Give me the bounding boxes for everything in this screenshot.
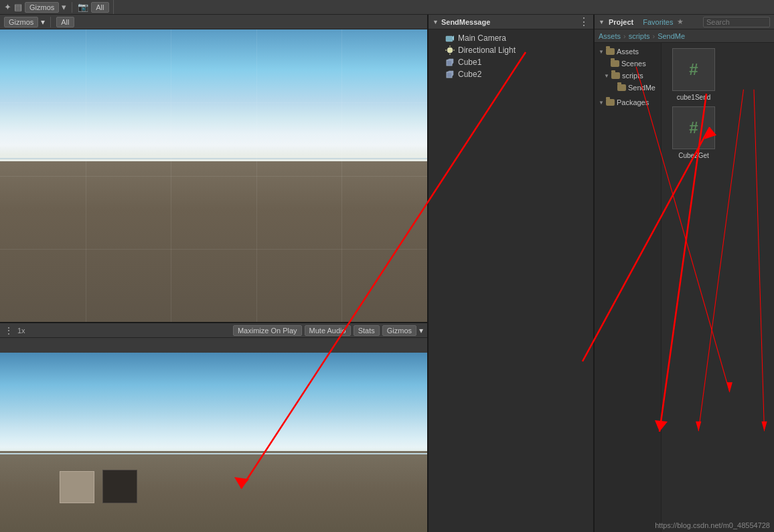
camera-icon: 📷 (78, 2, 88, 12)
grid-lines (0, 29, 427, 322)
project-panel: ▼ Project Favorites ★ Assets › scripts ›… (595, 15, 774, 532)
file-item-cube1send[interactable]: # cube1Send (667, 48, 720, 101)
game-horizon (0, 453, 427, 454)
hierarchy-item-cube1[interactable]: Cube1 (429, 56, 593, 68)
favorites-tab[interactable]: Favorites (643, 18, 673, 26)
tree-scenes[interactable]: Scenes (595, 58, 661, 70)
dropdown-icon[interactable]: ▾ (62, 2, 66, 12)
game-canvas (0, 353, 427, 532)
game-cube1 (60, 471, 94, 503)
scene-view: Gizmos ▾ All (0, 15, 427, 323)
svg-marker-1 (453, 35, 454, 41)
tree-assets[interactable]: ▼ Assets (595, 46, 661, 58)
hierarchy-item-cube2[interactable]: Cube2 (429, 68, 593, 80)
grid-h3 (0, 249, 427, 250)
packages-label: Packages (617, 98, 649, 106)
tree-sendme[interactable]: SendMe (595, 82, 661, 94)
breadcrumb-assets[interactable]: Assets (599, 32, 621, 40)
tree-packages[interactable]: ▼ Packages (595, 96, 661, 108)
star-icon: ★ (677, 17, 684, 26)
watermark: https://blog.csdn.net/m0_48554728 (655, 521, 770, 529)
grid-h1 (0, 102, 427, 103)
scripts-folder-icon (611, 72, 620, 79)
separator2 (50, 17, 51, 27)
project-collapse[interactable]: ▼ (599, 19, 605, 25)
grid-h2 (0, 176, 427, 177)
top-toolbar: ✦ ▤ Gizmos ▾ 📷 All (0, 0, 774, 15)
all-button[interactable]: All (91, 2, 108, 13)
game-gizmos-button[interactable]: Gizmos (382, 325, 416, 336)
cube2-icon (445, 69, 455, 80)
hierarchy-more-icon[interactable]: ⋮ (578, 15, 589, 28)
scenes-label: Scenes (621, 60, 646, 68)
hierarchy-collapse-icon[interactable]: ▼ (433, 19, 439, 25)
game-toolbar-left: ⋮ 1x (4, 325, 25, 336)
scene-dropdown-icon[interactable]: ▾ (41, 17, 45, 27)
project-content: ▼ Assets Scenes ▼ scripts (595, 43, 774, 532)
assets-tree: ▼ Assets Scenes ▼ scripts (595, 43, 662, 532)
cube2-label: Cube2 (458, 70, 481, 79)
breadcrumb-sep1: › (623, 32, 626, 40)
light-icon (445, 45, 455, 56)
sendme-label: SendMe (628, 84, 655, 92)
breadcrumb-sendme[interactable]: SendMe (657, 32, 685, 40)
main-content: Gizmos ▾ All (0, 15, 774, 532)
scene-gizmos-button[interactable]: Gizmos (4, 17, 38, 27)
project-breadcrumb: Assets › scripts › SendMe (595, 29, 774, 43)
separator (72, 2, 72, 13)
game-more-icon[interactable]: ⋮ (4, 325, 13, 336)
tree-scripts[interactable]: ▼ scripts (595, 70, 661, 82)
camera-icon (445, 33, 455, 43)
game-toolbar-right: Maximize On Play Mute Audio Stats Gizmos… (233, 325, 423, 336)
assets-folder-icon (606, 48, 615, 55)
svg-point-2 (447, 48, 453, 53)
game-sky (0, 353, 427, 460)
project-search-input[interactable] (703, 17, 770, 27)
file-grid: # cube1Send # Cube2Get (662, 43, 774, 532)
camera-label: Main Camera (458, 33, 506, 43)
cube1send-label: cube1Send (677, 94, 711, 101)
scenes-folder-icon (611, 60, 619, 67)
tools-icon: ✦ (4, 2, 11, 12)
svg-rect-9 (447, 72, 452, 78)
svg-rect-0 (446, 36, 453, 41)
hierarchy-list: Main Camera Directional Light (429, 29, 593, 532)
game-toolbar: ⋮ 1x Maximize On Play Mute Audio Stats G… (0, 323, 427, 338)
cube1-icon (445, 57, 455, 68)
hierarchy-item-camera[interactable]: Main Camera (429, 32, 593, 44)
packages-folder-icon (606, 99, 615, 106)
file-item-cube2get[interactable]: # Cube2Get (667, 106, 720, 159)
cube2get-icon: # (672, 106, 715, 149)
breadcrumb-scripts[interactable]: scripts (629, 32, 650, 40)
scripts-arrow: ▼ (604, 73, 609, 79)
svg-rect-7 (447, 60, 452, 66)
sendme-folder-icon (617, 84, 626, 91)
light-label: Directional Light (458, 46, 516, 55)
right-panels: ▼ SendMessage ⋮ Main Camera (427, 15, 774, 532)
cube1-label: Cube1 (458, 58, 481, 67)
maximize-button[interactable]: Maximize On Play (233, 325, 302, 336)
cube1send-icon: # (672, 48, 715, 91)
game-gizmos-dropdown[interactable]: ▾ (419, 326, 423, 335)
scene-canvas (0, 29, 427, 322)
packages-arrow: ▼ (599, 100, 604, 106)
project-title: Project (609, 18, 633, 26)
mute-button[interactable]: Mute Audio (305, 325, 351, 336)
scene-all-button[interactable]: All (56, 17, 74, 27)
breadcrumb-sep2: › (652, 32, 655, 40)
assets-arrow: ▼ (599, 49, 604, 55)
game-cube2 (102, 470, 137, 503)
cs-hash-2: # (689, 118, 698, 137)
project-header: ▼ Project Favorites ★ (595, 15, 774, 29)
hierarchy-panel: ▼ SendMessage ⋮ Main Camera (429, 15, 595, 532)
assets-label: Assets (617, 48, 639, 56)
hierarchy-item-light[interactable]: Directional Light (429, 44, 593, 56)
cs-hash-1: # (689, 60, 698, 79)
stats-button[interactable]: Stats (354, 325, 380, 336)
hierarchy-header: ▼ SendMessage ⋮ (429, 15, 593, 29)
scripts-label: scripts (622, 72, 643, 80)
zoom-indicator: 1x (17, 327, 25, 335)
game-view (0, 338, 427, 532)
scene-toolbar: Gizmos ▾ All (0, 15, 427, 29)
gizmos-button[interactable]: Gizmos (25, 2, 59, 13)
